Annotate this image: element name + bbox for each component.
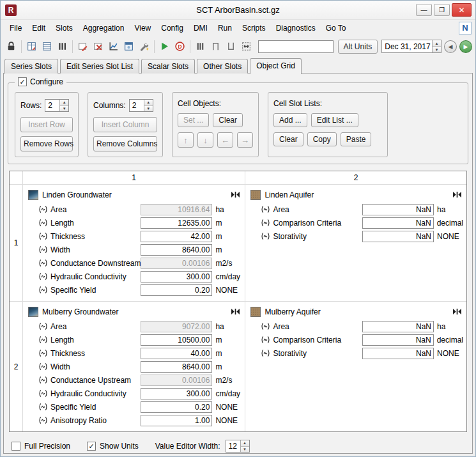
menu-config[interactable]: Config	[156, 22, 188, 35]
pause-button[interactable]	[193, 39, 208, 54]
tab-other-slots[interactable]: Other Slots	[197, 59, 248, 74]
slot-columns-button[interactable]	[55, 39, 70, 54]
prev-timestep-button[interactable]: ◀	[444, 40, 457, 53]
close-button[interactable]: ✕	[452, 3, 472, 17]
menu-dmi[interactable]: DMI	[188, 22, 213, 35]
columns-spinbox[interactable]: 2 ▲ ▼	[129, 99, 153, 112]
slot-value-input[interactable]	[141, 388, 212, 399]
configure-checkbox[interactable]: ✓	[18, 77, 27, 86]
value-editor-width-spinbox[interactable]: 12 ▲ ▼	[226, 440, 250, 453]
start-run-button[interactable]	[157, 39, 172, 54]
move-right-button: →	[237, 132, 253, 148]
slot-value-input[interactable]	[362, 334, 434, 346]
show-units-checkbox[interactable]: ✓	[87, 442, 96, 451]
goto-slot-button[interactable]	[24, 39, 39, 54]
slot-value-input[interactable]	[362, 231, 434, 242]
toolbar-search-input[interactable]	[258, 40, 334, 53]
date-spin-down-icon[interactable]: ▼	[433, 46, 441, 52]
menu-scripts[interactable]: Scripts	[237, 22, 271, 35]
open-object-button[interactable]	[121, 39, 136, 54]
slot-value-input[interactable]	[141, 334, 212, 346]
collapse-columns-button[interactable]	[452, 308, 462, 315]
paste-slot-list-button[interactable]: Paste	[341, 132, 372, 146]
diagnostics-button[interactable]	[173, 39, 187, 54]
collapse-columns-button[interactable]	[231, 191, 240, 198]
slot-value-input[interactable]	[141, 415, 212, 426]
slot-unit: m	[212, 362, 242, 371]
slot-value-input[interactable]	[141, 284, 212, 296]
column-header-2[interactable]: 2	[245, 171, 466, 185]
remove-columns-button[interactable]: Remove Columns	[93, 136, 157, 151]
columns-label: Columns:	[93, 101, 126, 110]
fit-size-button[interactable]	[239, 39, 254, 54]
slot-value-input[interactable]	[362, 348, 434, 359]
tab-scalar-slots[interactable]: Scalar Slots	[141, 59, 195, 74]
window-title: SCT ArborBasin.sct.gz	[1, 5, 475, 15]
series-list-button[interactable]	[40, 39, 54, 54]
edit-slot-list-button[interactable]: Edit List ...	[311, 113, 358, 127]
slot-value-input[interactable]	[141, 217, 212, 229]
remove-rows-button[interactable]: Remove Rows	[20, 136, 73, 151]
menu-view[interactable]: View	[129, 22, 156, 35]
remove-slots-icon	[93, 41, 104, 52]
clear-slot-list-button[interactable]: Clear	[273, 132, 303, 146]
rows-spinbox[interactable]: 2 ▲ ▼	[45, 99, 69, 112]
tab-object-grid[interactable]: Object Grid	[250, 58, 302, 74]
riverware-icon[interactable]: N	[459, 22, 472, 35]
columns-spin-up-icon[interactable]: ▲	[144, 100, 153, 105]
maximize-button[interactable]: ❐	[434, 4, 450, 16]
slot-value-input[interactable]	[141, 258, 212, 269]
minimize-button[interactable]: —	[416, 4, 432, 16]
slot-value-input[interactable]	[141, 321, 212, 332]
flag-open-button[interactable]	[208, 39, 223, 54]
slot-value-input[interactable]	[141, 361, 212, 373]
menu-go-to[interactable]: Go To	[321, 22, 351, 35]
width-spin-down-icon[interactable]: ▼	[241, 446, 249, 453]
configure-tools-button[interactable]	[137, 39, 151, 54]
lock-button[interactable]	[4, 39, 19, 54]
date-spin-up-icon[interactable]: ▲	[433, 40, 441, 46]
columns-spin-down-icon[interactable]: ▼	[144, 105, 153, 112]
copy-slot-list-button[interactable]: Copy	[307, 132, 337, 146]
alt-units-button[interactable]: Alt Units	[338, 40, 378, 54]
slot-value-input[interactable]	[362, 321, 434, 332]
edit-slots-button[interactable]	[75, 39, 90, 54]
rows-spin-up-icon[interactable]: ▲	[60, 100, 68, 105]
slot-value-input[interactable]	[141, 231, 212, 242]
row-header-1[interactable]: 1	[10, 185, 22, 301]
menu-run[interactable]: Run	[213, 22, 237, 35]
remove-slots-button[interactable]	[91, 39, 105, 54]
clear-cell-object-button[interactable]: Clear	[213, 113, 243, 127]
collapse-columns-button[interactable]	[231, 308, 240, 315]
slot-value-input[interactable]	[141, 271, 212, 283]
series-slot-icon	[261, 232, 270, 240]
slot-value-input[interactable]	[141, 348, 212, 359]
menu-file[interactable]: File	[4, 22, 27, 35]
plot-button[interactable]	[106, 39, 121, 54]
next-timestep-button[interactable]: ▶	[459, 40, 472, 53]
slot-label: Specific Yield	[50, 286, 141, 295]
flag-close-button[interactable]	[224, 39, 238, 54]
collapse-columns-button[interactable]	[452, 191, 462, 198]
slot-value-input[interactable]	[141, 204, 212, 215]
menu-edit[interactable]: Edit	[27, 22, 50, 35]
row-header-2[interactable]: 2	[10, 301, 22, 431]
date-spinbox[interactable]: Dec 31, 2017 ▲ ▼	[381, 40, 441, 53]
slot-value-input[interactable]	[141, 375, 212, 386]
add-slot-list-button[interactable]: Add ...	[273, 113, 307, 127]
slot-value-input[interactable]	[141, 401, 212, 413]
column-header-1[interactable]: 1	[22, 171, 245, 185]
menu-diagnostics[interactable]: Diagnostics	[271, 22, 321, 35]
slot-value-input[interactable]	[362, 217, 434, 229]
grid-corner	[10, 171, 22, 185]
tab-edit-series-slot-list[interactable]: Edit Series Slot List	[60, 59, 139, 74]
slot-label: Length	[50, 219, 141, 228]
rows-spin-down-icon[interactable]: ▼	[60, 105, 68, 112]
slot-value-input[interactable]	[141, 244, 212, 256]
menu-aggregation[interactable]: Aggregation	[78, 22, 130, 35]
menu-slots[interactable]: Slots	[50, 22, 78, 35]
full-precision-checkbox[interactable]	[12, 442, 20, 451]
slot-value-input[interactable]	[362, 204, 434, 215]
width-spin-up-icon[interactable]: ▲	[241, 440, 249, 446]
tab-series-slots[interactable]: Series Slots	[4, 59, 58, 74]
